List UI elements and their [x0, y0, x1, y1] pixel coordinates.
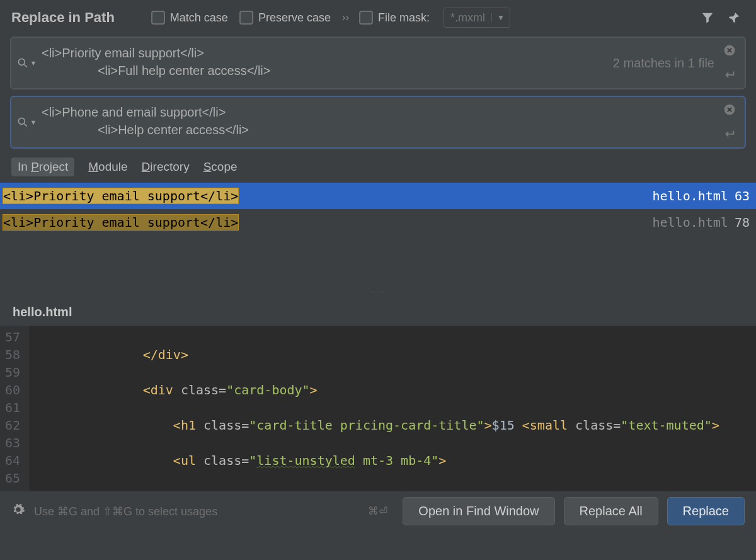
- gear-icon[interactable]: [11, 503, 25, 520]
- usage-hint: Use ⌘G and ⇧⌘G to select usages: [34, 505, 217, 518]
- checkbox-icon[interactable]: [359, 11, 373, 25]
- replace-all-button[interactable]: Replace All: [564, 497, 658, 525]
- svg-line-1: [24, 65, 26, 67]
- dialog-title: Replace in Path: [11, 9, 115, 26]
- result-row[interactable]: <li>Priority email support</li> hello.ht…: [0, 209, 756, 236]
- file-mask-label: File mask:: [378, 11, 430, 25]
- chevron-down-icon[interactable]: ▼: [491, 13, 510, 22]
- search-input-box[interactable]: ▼ <li>Priority email support</li> <li>Fu…: [10, 37, 746, 89]
- checkbox-icon[interactable]: [239, 11, 253, 25]
- svg-point-3: [18, 118, 25, 124]
- preview-filename: hello.html: [0, 297, 756, 326]
- code-preview[interactable]: 57 58 59 60 61 62 63 64 65 66 </div> <di…: [0, 326, 756, 491]
- code-lines: </div> <div class="card-body"> <h1 class…: [29, 326, 719, 491]
- clear-search-icon[interactable]: [723, 44, 736, 60]
- replace-button[interactable]: Replace: [667, 497, 745, 525]
- tab-in-project[interactable]: In Project: [11, 157, 74, 176]
- result-file: hello.html: [652, 188, 728, 203]
- newline-icon[interactable]: [722, 128, 736, 142]
- file-mask-option[interactable]: File mask:: [359, 11, 430, 25]
- search-icon[interactable]: ▼: [16, 57, 37, 69]
- result-line: 63: [735, 188, 750, 203]
- result-match-text: <li>Priority email support</li>: [3, 214, 239, 231]
- gutter: 57 58 59 60 61 62 63 64 65 66: [0, 326, 29, 491]
- preserve-case-option[interactable]: Preserve case: [239, 11, 331, 25]
- newline-icon[interactable]: [722, 69, 736, 83]
- match-case-option[interactable]: Match case: [151, 11, 228, 25]
- search-text[interactable]: <li>Priority email support</li> <li>Full…: [42, 38, 613, 88]
- filter-icon[interactable]: [701, 11, 714, 25]
- search-icon[interactable]: ▼: [16, 116, 37, 129]
- preserve-case-label: Preserve case: [258, 11, 331, 25]
- svg-line-4: [24, 124, 26, 127]
- result-file: hello.html: [652, 215, 728, 230]
- splitter-handle[interactable]: ·····: [0, 287, 756, 297]
- file-mask-combo[interactable]: *.mxml ▼: [444, 8, 510, 28]
- more-options-icon[interactable]: › ›: [342, 12, 348, 23]
- replace-text[interactable]: <li>Phone and email support</li> <li>Hel…: [42, 97, 745, 147]
- result-line: 78: [735, 215, 750, 230]
- shortcut-label: ⌘⏎: [368, 505, 387, 518]
- tab-directory[interactable]: Directory: [142, 160, 190, 174]
- clear-replace-icon[interactable]: [723, 103, 736, 119]
- result-match-text: <li>Priority email support</li>: [3, 188, 239, 204]
- tab-scope[interactable]: Scope: [203, 160, 238, 174]
- chevron-down-icon: ▼: [30, 118, 37, 126]
- open-find-window-button[interactable]: Open in Find Window: [403, 497, 554, 525]
- svg-point-0: [18, 59, 25, 65]
- result-row[interactable]: <li>Priority email support</li> hello.ht…: [0, 183, 756, 209]
- match-case-label: Match case: [170, 11, 228, 25]
- replace-input-box[interactable]: ▼ <li>Phone and email support</li> <li>H…: [10, 96, 746, 149]
- chevron-down-icon: ▼: [30, 59, 37, 67]
- tab-module[interactable]: Module: [88, 160, 127, 174]
- checkbox-icon[interactable]: [151, 11, 165, 25]
- file-mask-value: *.mxml: [444, 11, 491, 25]
- pin-icon[interactable]: [727, 11, 741, 25]
